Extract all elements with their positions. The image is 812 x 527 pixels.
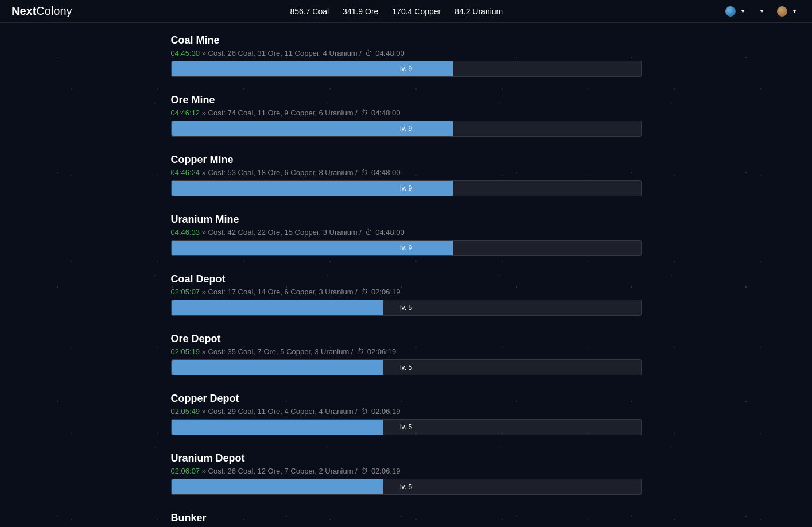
progress-bar-0 bbox=[172, 61, 453, 76]
building-timer-2: 04:46:24 bbox=[171, 168, 200, 177]
building-name-5: Ore Depot bbox=[171, 333, 642, 345]
progress-bar-3 bbox=[172, 241, 453, 255]
building-name-6: Copper Depot bbox=[171, 393, 642, 405]
building-item-3: Uranium Mine04:46:33 » Cost: 42 Coal, 22… bbox=[171, 214, 642, 256]
switch-dropdown[interactable]: ▾ bbox=[753, 6, 768, 17]
progress-container-5: lv. 5 bbox=[171, 359, 642, 375]
resource-item-0: 856.7 Coal bbox=[290, 7, 329, 16]
building-details-6: 02:05:49 » Cost: 29 Coal, 11 Ore, 4 Copp… bbox=[171, 407, 642, 416]
building-details-7: 02:06:07 » Cost: 26 Coal, 12 Ore, 7 Copp… bbox=[171, 467, 642, 475]
user-dropdown[interactable]: ▾ bbox=[772, 4, 801, 19]
clock-icon-6: ⏱ bbox=[360, 407, 368, 416]
planet-icon bbox=[725, 6, 736, 17]
building-item-5: Ore Depot02:05:19 » Cost: 35 Coal, 7 Ore… bbox=[171, 333, 642, 375]
building-name-3: Uranium Mine bbox=[171, 214, 642, 226]
clock-icon-3: ⏱ bbox=[365, 228, 372, 237]
building-item-8: BunkerEnhance now » Cost: 4 Coal, 2 Ore,… bbox=[171, 512, 642, 527]
building-name-1: Ore Mine bbox=[171, 94, 642, 106]
clock-icon-1: ⏱ bbox=[360, 108, 368, 117]
navbar-nav: ▾ ▾ ▾ bbox=[721, 4, 801, 19]
building-item-2: Copper Mine04:46:24 » Cost: 53 Coal, 18 … bbox=[171, 154, 642, 196]
progress-container-6: lv. 5 bbox=[171, 419, 642, 435]
planet-caret-icon: ▾ bbox=[741, 8, 744, 14]
building-item-7: Uranium Depot02:06:07 » Cost: 26 Coal, 1… bbox=[171, 452, 642, 495]
progress-container-1: lv. 9 bbox=[171, 121, 642, 137]
brand-logo[interactable]: NextColony bbox=[11, 5, 72, 18]
progress-container-0: lv. 9 bbox=[171, 61, 642, 77]
resource-bar: 856.7 Coal341.9 Ore170.4 Copper84.2 Uran… bbox=[90, 7, 704, 16]
building-timer-4: 02:05:07 bbox=[171, 288, 200, 296]
clock-icon-4: ⏱ bbox=[360, 288, 368, 296]
building-timer-5: 02:05:19 bbox=[171, 347, 200, 356]
building-timer-3: 04:46:33 bbox=[171, 228, 200, 237]
progress-bar-6 bbox=[172, 420, 383, 435]
navbar: NextColony 856.7 Coal341.9 Ore170.4 Copp… bbox=[0, 0, 812, 23]
building-timer-6: 02:05:49 bbox=[171, 407, 200, 416]
resource-item-2: 170.4 Copper bbox=[392, 7, 441, 16]
clock-icon-2: ⏱ bbox=[360, 168, 368, 177]
building-item-6: Copper Depot02:05:49 » Cost: 29 Coal, 11… bbox=[171, 393, 642, 435]
progress-bar-1 bbox=[172, 121, 453, 136]
planet-selector[interactable]: ▾ bbox=[721, 4, 749, 19]
progress-bar-7 bbox=[172, 479, 383, 494]
progress-bar-4 bbox=[172, 300, 383, 315]
user-avatar-icon bbox=[777, 6, 787, 17]
progress-container-4: lv. 5 bbox=[171, 300, 642, 316]
progress-container-3: lv. 9 bbox=[171, 240, 642, 256]
building-details-4: 02:05:07 » Cost: 17 Coal, 14 Ore, 6 Copp… bbox=[171, 288, 642, 296]
building-details-3: 04:46:33 » Cost: 42 Coal, 22 Ore, 15 Cop… bbox=[171, 228, 642, 237]
building-details-5: 02:05:19 » Cost: 35 Coal, 7 Ore, 5 Coppe… bbox=[171, 347, 642, 356]
building-name-8: Bunker bbox=[171, 512, 642, 524]
clock-icon-5: ⏱ bbox=[356, 347, 364, 356]
building-name-0: Coal Mine bbox=[171, 34, 642, 46]
building-details-1: 04:46:12 » Cost: 74 Coal, 11 Ore, 9 Copp… bbox=[171, 108, 642, 117]
building-details-2: 04:46:24 » Cost: 53 Coal, 18 Ore, 6 Copp… bbox=[171, 168, 642, 177]
resource-item-1: 341.9 Ore bbox=[343, 7, 378, 16]
switch-caret-icon: ▾ bbox=[760, 8, 763, 14]
progress-bar-2 bbox=[172, 181, 453, 196]
clock-icon-7: ⏱ bbox=[360, 467, 368, 475]
building-name-7: Uranium Depot bbox=[171, 452, 642, 464]
building-name-2: Copper Mine bbox=[171, 154, 642, 166]
resource-item-3: 84.2 Uranium bbox=[454, 7, 503, 16]
main-content: Coal Mine04:45:30 » Cost: 26 Coal, 31 Or… bbox=[148, 23, 665, 527]
building-item-1: Ore Mine04:46:12 » Cost: 74 Coal, 11 Ore… bbox=[171, 94, 642, 137]
building-timer-7: 02:06:07 bbox=[171, 467, 200, 475]
progress-container-2: lv. 9 bbox=[171, 180, 642, 196]
building-item-4: Coal Depot02:05:07 » Cost: 17 Coal, 14 O… bbox=[171, 273, 642, 316]
building-item-0: Coal Mine04:45:30 » Cost: 26 Coal, 31 Or… bbox=[171, 34, 642, 77]
clock-icon-0: ⏱ bbox=[365, 49, 372, 57]
building-details-0: 04:45:30 » Cost: 26 Coal, 31 Ore, 11 Cop… bbox=[171, 49, 642, 57]
building-timer-0: 04:45:30 bbox=[171, 49, 200, 57]
progress-container-7: lv. 5 bbox=[171, 479, 642, 495]
building-name-4: Coal Depot bbox=[171, 273, 642, 285]
progress-bar-5 bbox=[172, 360, 383, 375]
building-timer-1: 04:46:12 bbox=[171, 108, 200, 117]
user-caret-icon: ▾ bbox=[793, 8, 796, 14]
